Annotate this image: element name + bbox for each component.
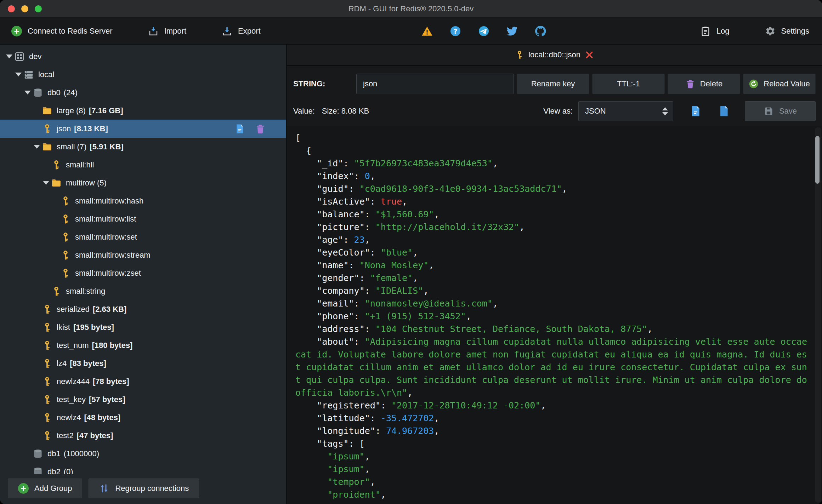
plus-circle-icon: + [18, 483, 29, 494]
key-type-label: STRING: [293, 79, 353, 88]
tree-item-label: small:string [66, 287, 105, 296]
import-button[interactable]: Import [148, 26, 186, 36]
expander-spacer [50, 196, 60, 206]
tree-item-test-key[interactable]: test_key[57 bytes] [0, 390, 286, 408]
connect-button[interactable]: + Connect to Redis Server [11, 26, 113, 36]
traffic-lights [0, 5, 42, 12]
key-icon [60, 232, 71, 242]
expander-icon[interactable] [32, 142, 42, 152]
open-as-text-icon[interactable] [718, 105, 730, 117]
rename-key-button[interactable]: Rename key [517, 74, 589, 94]
tree-item-lkist[interactable]: lkist[195 bytes] [0, 318, 286, 336]
json-line: "balance": "$1,560.69", [295, 208, 809, 221]
tree-item-label: small:hll [66, 160, 94, 170]
warning-icon[interactable] [421, 25, 433, 37]
github-icon[interactable] [535, 25, 546, 37]
telegram-icon[interactable] [478, 25, 489, 37]
expander-icon[interactable] [4, 52, 14, 62]
app-window: RDM - GUI for Redis® 2020.5.0-dev + Conn… [0, 0, 822, 504]
tree-item-small-multirow-set[interactable]: small:multirow:set [0, 228, 286, 246]
expander-spacer [32, 340, 42, 350]
tree-item-db2[interactable]: db2(0) [0, 463, 286, 474]
tree-item-size: [48 bytes] [84, 413, 120, 422]
delete-key-button[interactable]: Delete [668, 74, 740, 94]
expander-spacer [50, 268, 60, 278]
twitter-icon[interactable] [506, 25, 518, 37]
json-line: "company": "IDEALIS", [295, 285, 809, 297]
tree-item-test-num[interactable]: test_num[180 bytes] [0, 336, 286, 354]
tab-local-db0-json[interactable]: local::db0::json [515, 50, 594, 59]
tree-item-label: small:multirow:zset [75, 269, 141, 278]
tree-item-newlz4[interactable]: newlz4[48 bytes] [0, 408, 286, 426]
tree-item-test2[interactable]: test2[47 bytes] [0, 426, 286, 445]
json-line: "tempor", [295, 476, 809, 488]
rename-key-label: Rename key [531, 79, 575, 88]
export-button[interactable]: Export [222, 26, 261, 36]
tree-item-small-multirow-zset[interactable]: small:multirow:zset [0, 264, 286, 282]
key-icon [42, 394, 52, 405]
zoom-window-button[interactable] [35, 5, 42, 12]
tree-item-small-multirow-list[interactable]: small:multirow:list [0, 210, 286, 228]
log-button[interactable]: Log [700, 26, 730, 36]
sort-arrows-icon [99, 483, 109, 494]
reload-value-label: Reload Value [764, 79, 810, 88]
connect-button-label: Connect to Redis Server [28, 27, 113, 36]
view-as-select[interactable]: JSON [578, 101, 673, 121]
scrollbar[interactable] [815, 127, 821, 503]
tree-item-newlz444[interactable]: newlz444[78 bytes] [0, 372, 286, 390]
tree-item-size: [2.63 KB] [93, 305, 126, 314]
tree-item-json[interactable]: json[8.13 KB] [0, 120, 286, 138]
log-icon [700, 26, 711, 36]
tree-item-label: test2 [57, 431, 74, 440]
tree-item-lz4[interactable]: lz4[83 bytes] [0, 354, 286, 372]
view-as-value: JSON [585, 107, 606, 116]
regroup-connections-button[interactable]: Regroup connections [89, 479, 199, 498]
tree-item-db1[interactable]: db1(1000000) [0, 445, 286, 463]
delete-key-icon[interactable] [255, 124, 266, 134]
json-line: "index": 0, [295, 170, 809, 183]
save-button[interactable]: Save [745, 101, 816, 121]
edit-value-icon[interactable] [234, 124, 245, 134]
toolbar-right: Log Settings [700, 26, 822, 36]
export-button-label: Export [238, 27, 261, 36]
expander-icon[interactable] [41, 178, 51, 188]
value-tools: View as: JSON Save [543, 101, 816, 121]
select-chevrons-icon [662, 107, 668, 115]
key-name-input[interactable] [356, 74, 514, 94]
tree-item-actions [234, 124, 286, 134]
tree-item-size: [8.13 KB] [74, 124, 108, 133]
tree-item-local[interactable]: local [0, 65, 286, 84]
expander-icon[interactable] [13, 70, 23, 80]
tree-item-multirow-5[interactable]: multirow (5) [0, 174, 286, 192]
expander-spacer [32, 304, 42, 314]
open-in-editor-icon[interactable] [690, 105, 702, 117]
key-icon [42, 340, 52, 351]
add-group-button[interactable]: + Add Group [8, 479, 82, 498]
close-window-button[interactable] [8, 5, 15, 12]
scrollbar-thumb[interactable] [815, 136, 820, 184]
tree-item-label: large (8) [57, 106, 86, 115]
tree-item-small-multirow-hash[interactable]: small:multirow:hash [0, 192, 286, 210]
tree-item-small-string[interactable]: small:string [0, 282, 286, 300]
tree-item-serialized[interactable]: serialized[2.63 KB] [0, 300, 286, 318]
expander-icon[interactable] [23, 88, 33, 98]
tree-item-small-multirow-stream[interactable]: small:multirow:stream [0, 246, 286, 264]
tree-item-large-8[interactable]: large (8)[7.16 GB] [0, 102, 286, 120]
close-tab-icon[interactable] [585, 50, 594, 59]
tree-item-label: small:multirow:stream [75, 251, 151, 260]
help-icon[interactable]: ? [450, 25, 461, 37]
tree-item-count: (1000000) [64, 449, 99, 458]
tree-item-small-7[interactable]: small (7)[5.91 KB] [0, 138, 286, 156]
tree-item-small-hll[interactable]: small:hll [0, 156, 286, 174]
folder-icon [42, 105, 52, 116]
reload-value-button[interactable]: Reload Value [743, 74, 816, 94]
settings-button[interactable]: Settings [765, 26, 810, 36]
expander-spacer [32, 395, 42, 405]
json-view[interactable]: [ { "_id": "5f7b26973c483ea3479d4e53", "… [287, 126, 822, 504]
tree-item-dev[interactable]: dev [0, 47, 286, 65]
ttl-button[interactable]: TTL:-1 [592, 74, 665, 94]
minimize-window-button[interactable] [21, 5, 28, 12]
tree-item-db0[interactable]: db0(24) [0, 84, 286, 102]
save-disk-icon [764, 106, 773, 116]
key-editor-row: STRING: Rename key TTL:-1 Delete Reload … [287, 66, 822, 98]
